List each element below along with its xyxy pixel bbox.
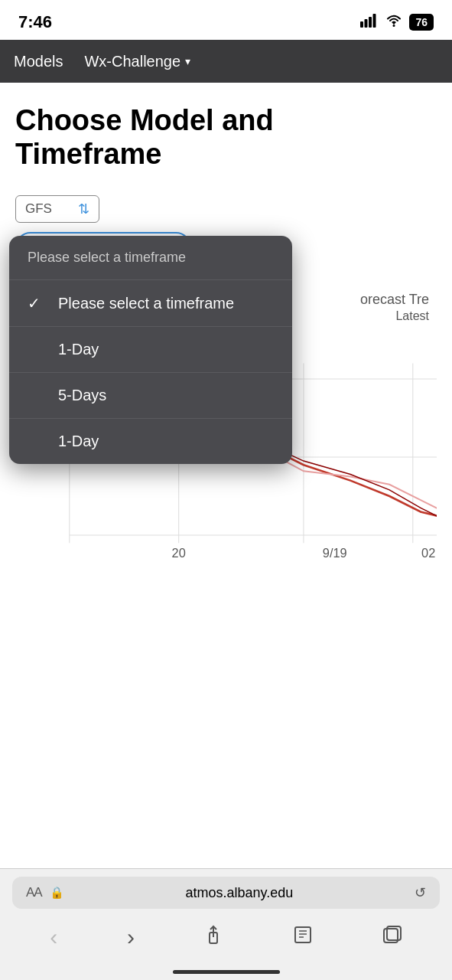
svg-text:02: 02 [421,546,435,560]
nav-models[interactable]: Models [14,53,63,70]
svg-rect-1 [365,19,368,28]
title-line1: Choose Model and [15,104,274,136]
dropdown-header: Please select a timeframe [9,236,292,280]
home-indicator [173,970,280,974]
status-bar: 7:46 76 [0,0,452,40]
model-select-value: GFS [25,201,52,217]
model-select[interactable]: GFS ⇅ [15,195,99,223]
dropdown-item-0[interactable]: ✓ Please select a timeframe [9,280,292,327]
page-content: Choose Model and Timeframe GFS ⇅ Please … [0,83,452,603]
timeframe-dropdown: Please select a timeframe ✓ Please selec… [9,236,292,464]
svg-rect-2 [369,17,372,28]
signal-icon [360,14,379,31]
browser-forward-button[interactable]: › [115,918,147,956]
svg-text:9/19: 9/19 [323,546,347,560]
svg-text:20: 20 [172,546,186,560]
browser-back-button[interactable]: ‹ [37,918,70,956]
browser-url-bar[interactable]: AA 🔒 atmos.albany.edu ↺ [12,877,440,909]
status-icons: 76 [360,14,434,31]
svg-rect-3 [373,14,376,28]
svg-rect-0 [360,21,363,28]
status-time: 7:46 [18,12,52,32]
dropdown-label-0: Please select a timeframe [58,295,234,312]
dropdown-label-2: 5-Days [58,387,106,404]
browser-reload-icon[interactable]: ↺ [415,884,426,901]
browser-url-text[interactable]: atmos.albany.edu [72,885,407,901]
model-select-arrow: ⇅ [78,201,89,217]
svg-rect-19 [295,927,311,942]
chart-title: orecast Tre [360,292,429,307]
page-title: Choose Model and Timeframe [15,104,437,171]
browser-lock-icon: 🔒 [50,886,64,900]
browser-aa-button[interactable]: AA [26,885,42,900]
dropdown-checkmark-0: ✓ [28,294,46,312]
dropdown-item-3[interactable]: 1-Day [9,419,292,464]
browser-bookmark-button[interactable] [281,919,325,956]
dropdown-label-3: 1-Day [58,433,99,450]
nav-bar: Models Wx-Challenge ▾ [0,40,452,83]
dropdown-label-1: 1-Day [58,341,99,358]
browser-bar: AA 🔒 atmos.albany.edu ↺ ‹ › [0,868,452,980]
svg-point-4 [393,24,395,27]
nav-wx-label: Wx-Challenge [84,53,180,70]
title-line2: Timeframe [15,138,162,170]
nav-dropdown-arrow: ▾ [185,55,190,67]
wifi-icon [385,14,403,31]
battery-badge: 76 [409,14,434,31]
dropdown-item-2[interactable]: 5-Days [9,373,292,419]
nav-wx-challenge[interactable]: Wx-Challenge ▾ [84,53,190,70]
browser-share-button[interactable] [191,919,236,956]
browser-nav: ‹ › [0,913,452,967]
dropdown-item-1[interactable]: 1-Day [9,327,292,373]
chart-subtitle: Latest [395,309,429,322]
browser-tabs-button[interactable] [370,919,415,956]
